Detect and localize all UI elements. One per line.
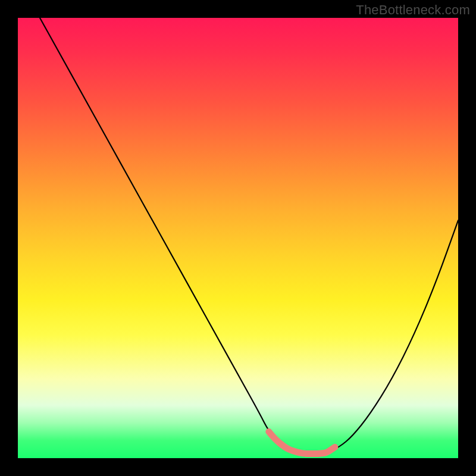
optimal-range-marker: [269, 432, 335, 454]
bottleneck-curve: [40, 18, 458, 454]
watermark-text: TheBottleneck.com: [356, 2, 470, 18]
chart-frame: TheBottleneck.com: [0, 0, 476, 476]
curve-layer: [18, 18, 458, 458]
